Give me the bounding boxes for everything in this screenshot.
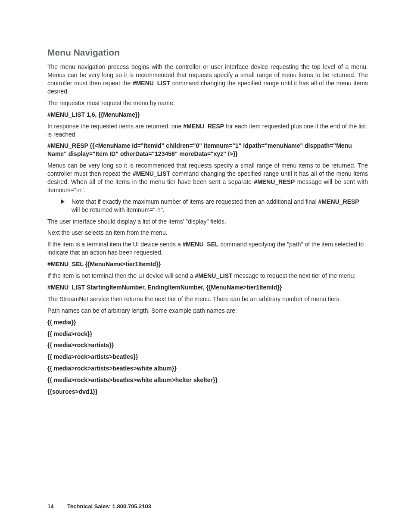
path-example: {{ media>rock>artists>beatles>white albu… (47, 364, 368, 373)
path-example: {{ media>rock}} (47, 330, 368, 338)
text: Note that if exactly the maximum number … (72, 198, 318, 205)
command-name: #MENU_RESP (254, 178, 295, 185)
paragraph: If the item is a terminal item the UI de… (47, 240, 368, 257)
page-footer: 14 Technical Sales: 1.800.705.2103 (47, 503, 151, 510)
paragraph: In response the requested items are retu… (47, 122, 368, 139)
command-name: #MENU_LIST (195, 272, 232, 279)
path-example: {{ media}} (47, 318, 368, 327)
text: message to request the next tier of the … (233, 272, 356, 279)
command-example: #MENU_SEL {{MenuName>tier1ItemId}} (47, 260, 368, 268)
text: In response the requested items are retu… (47, 123, 183, 130)
note-list: Note that if exactly the maximum number … (61, 198, 368, 214)
command-example: #MENU_RESP {{<MenuName id="itemId" child… (47, 142, 368, 158)
path-example: {{sources>dvd1}} (47, 388, 368, 396)
text: If the item is not terminal then the UI … (47, 272, 195, 279)
paragraph: The StreamNet service then returns the n… (47, 295, 368, 303)
footer-label: Technical Sales: 1.800.705.2103 (67, 503, 151, 510)
command-name: #MENU_SEL (183, 241, 219, 248)
paragraph: Path names can be of arbitrary length. S… (47, 307, 368, 315)
paragraph: Menus can be very long so it is recommen… (47, 162, 368, 194)
text: If the item is a terminal item the UI de… (47, 241, 183, 248)
command-name: #MENU_LIST (133, 80, 170, 87)
path-example: {{ media>rock>artists}} (47, 341, 368, 349)
paragraph: The user interface should display a list… (47, 218, 368, 226)
note-item: Note that if exactly the maximum number … (61, 198, 368, 214)
path-example: {{ media>rock>artists>beatles>white albu… (47, 376, 368, 384)
paragraph: Next the user selects an item from the m… (47, 229, 368, 237)
command-example: #MENU_LIST 1,6, {{MenuName}} (47, 111, 368, 119)
paragraph: The requestor must request the menu by n… (47, 99, 368, 107)
command-example: #MENU_LIST StartingItemNumber, EndingIte… (47, 283, 368, 292)
section-heading: Menu Navigation (47, 47, 368, 59)
command-name: #MENU_RESP (318, 198, 359, 205)
text: will be returned with itemnum="-n". (72, 206, 165, 213)
command-name: #MENU_RESP (183, 123, 224, 130)
command-name: #MENU_LIST (133, 170, 170, 177)
paragraph: The menu navigation process begins with … (47, 63, 368, 96)
paragraph: If the item is not terminal then the UI … (47, 272, 368, 280)
path-example: {{ media>rock>artists>beatles}} (47, 353, 368, 361)
page-number: 14 (47, 503, 53, 510)
